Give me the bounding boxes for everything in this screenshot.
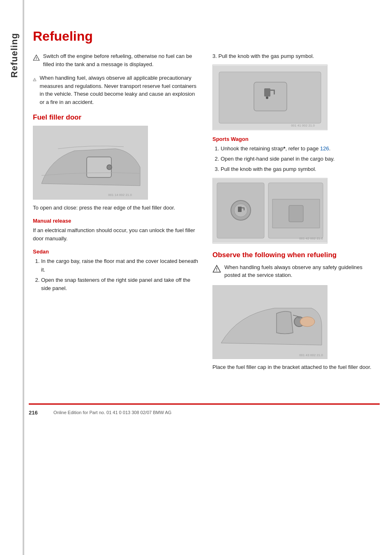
page-link-126[interactable]: 126: [320, 145, 329, 152]
svg-rect-13: [274, 90, 275, 94]
fuel-filler-door-image: 001 14 002 21.0: [33, 126, 148, 200]
svg-text:001 43 002 21.0: 001 43 002 21.0: [299, 353, 323, 357]
manual-release-heading: Manual release: [33, 218, 200, 224]
page-footer: 216 Online Edition for Part no. 01 41 0 …: [29, 403, 380, 416]
footer-page-number: 216: [29, 410, 45, 416]
svg-rect-23: [244, 207, 244, 210]
sidebar-bar: [23, 0, 24, 555]
filler-door-caption: To open and close: press the rear edge o…: [33, 204, 200, 212]
fuel-cap-image: 001 43 002 21.0: [212, 285, 327, 359]
svg-text:!: !: [216, 267, 218, 272]
step3-text: 3. Pull the knob with the gas pump symbo…: [212, 52, 380, 60]
knob-sedan-svg: 001 41 002 21.0: [213, 66, 327, 129]
svg-rect-22: [242, 207, 244, 208]
sedan-step-2: Open the snap fasteners of the right sid…: [41, 276, 200, 292]
warning-block-1: ! Switch off the engine before refueling…: [33, 52, 200, 68]
sports-wagon-steps: Unhook the retaining strap*, refer to pa…: [212, 145, 380, 173]
knob-wagon-image: 001 42 002 21.0: [212, 178, 327, 244]
fuel-filler-door-heading: Fuel filler door: [33, 113, 200, 122]
sports-wagon-step-1: Unhook the retaining strap*, refer to pa…: [221, 145, 380, 153]
fuel-cap-svg: 001 43 002 21.0: [213, 286, 327, 359]
sedan-heading: Sedan: [33, 249, 200, 255]
sidebar: Refueling: [0, 0, 29, 555]
warning-block-2: ! When handling fuel, always observe all…: [33, 74, 200, 106]
svg-point-14: [266, 97, 268, 99]
warning-icon-2: !: [33, 74, 37, 85]
observe-warning-block: ! When handling fuels always observe any…: [212, 263, 380, 279]
svg-text:001 42 002 21.0: 001 42 002 21.0: [299, 237, 323, 240]
warning-text-2: When handling fuel, always observe all a…: [40, 74, 200, 106]
observe-warning-text: When handling fuels always observe any s…: [224, 263, 380, 279]
svg-text:001 14 002 21.0: 001 14 002 21.0: [108, 193, 132, 197]
svg-text:!: !: [36, 56, 37, 60]
warning-icon-1: !: [33, 52, 40, 64]
svg-text:001 41 002 21.0: 001 41 002 21.0: [291, 124, 315, 127]
fuel-door-svg: 001 14 002 21.0: [33, 126, 148, 199]
knob-sedan-image: 001 41 002 21.0: [212, 64, 327, 130]
page-title: Refueling: [33, 29, 380, 44]
svg-text:!: !: [35, 79, 35, 81]
sedan-steps: In the cargo bay, raise the floor mat an…: [33, 257, 200, 292]
observe-refueling-heading: Observe the following when refueling: [212, 251, 380, 259]
knob-wagon-svg: 001 42 002 21.0: [213, 179, 327, 242]
sidebar-label: Refueling: [9, 33, 20, 78]
svg-rect-30: [298, 317, 300, 318]
manual-release-text: If an electrical malfunction should occu…: [33, 226, 200, 243]
main-content: Refueling ! Switch off the engine before…: [29, 16, 392, 387]
svg-rect-21: [238, 207, 242, 212]
svg-rect-12: [270, 90, 274, 91]
svg-rect-10: [254, 82, 287, 111]
svg-point-6: [107, 165, 112, 170]
svg-point-32: [300, 317, 315, 327]
filler-cap-caption: Place the fuel filler cap in the bracket…: [212, 363, 380, 371]
sedan-step-1: In the cargo bay, raise the floor mat an…: [41, 257, 200, 274]
left-column: ! Switch off the engine before refueling…: [33, 52, 200, 375]
step3-label: 3.: [212, 53, 217, 59]
sports-wagon-step-2: Open the right-hand side panel in the ca…: [221, 155, 380, 163]
step3-content: Pull the knob with the gas pump symbol.: [218, 53, 314, 59]
sports-wagon-step-3: Pull the knob with the gas pump symbol.: [221, 165, 380, 173]
svg-rect-24: [289, 205, 303, 222]
page-container: Refueling Refueling ! Switch off the eng…: [0, 0, 392, 555]
footer-text: Online Edition for Part no. 01 41 0 013 …: [53, 410, 171, 415]
two-col-layout: ! Switch off the engine before refueling…: [33, 52, 380, 375]
right-column: 3. Pull the knob with the gas pump symbo…: [212, 52, 380, 375]
warning-text-1: Switch off the engine before refueling, …: [43, 52, 200, 68]
warning-icon-observe: !: [212, 263, 221, 275]
svg-rect-11: [264, 88, 270, 97]
sports-wagon-heading: Sports Wagon: [212, 136, 380, 142]
